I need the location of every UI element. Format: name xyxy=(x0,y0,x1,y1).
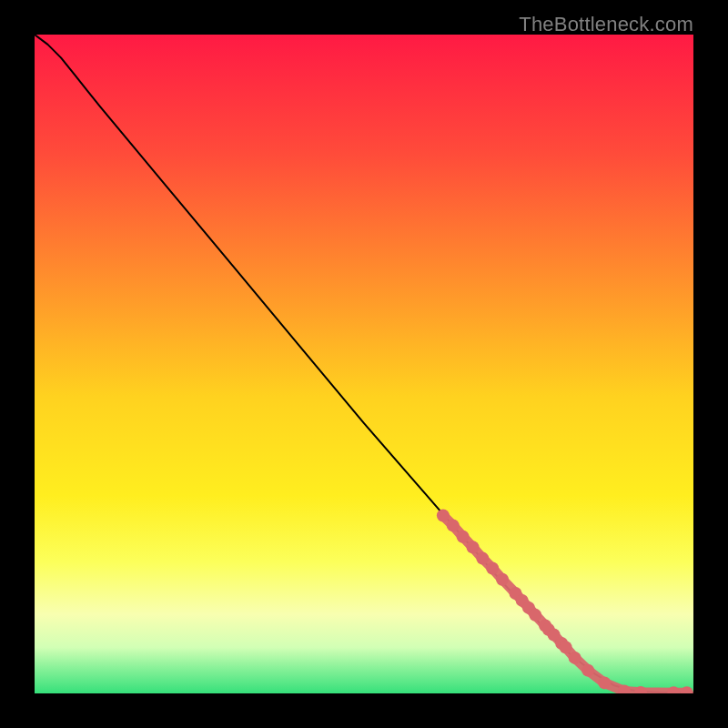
data-point xyxy=(457,531,470,543)
gradient-background xyxy=(35,35,693,693)
data-point xyxy=(476,552,489,565)
data-point xyxy=(598,676,611,689)
chart-frame: TheBottleneck.com xyxy=(0,0,728,728)
plot-area xyxy=(35,35,693,693)
data-point xyxy=(486,561,499,574)
data-point xyxy=(560,641,572,653)
data-point xyxy=(466,541,479,553)
data-point xyxy=(447,519,460,531)
data-point xyxy=(437,510,450,522)
data-point xyxy=(569,652,581,664)
data-point xyxy=(496,573,509,586)
watermark-text: TheBottleneck.com xyxy=(519,13,693,36)
chart-svg xyxy=(35,35,693,693)
data-point xyxy=(581,664,594,677)
data-point xyxy=(529,609,541,622)
